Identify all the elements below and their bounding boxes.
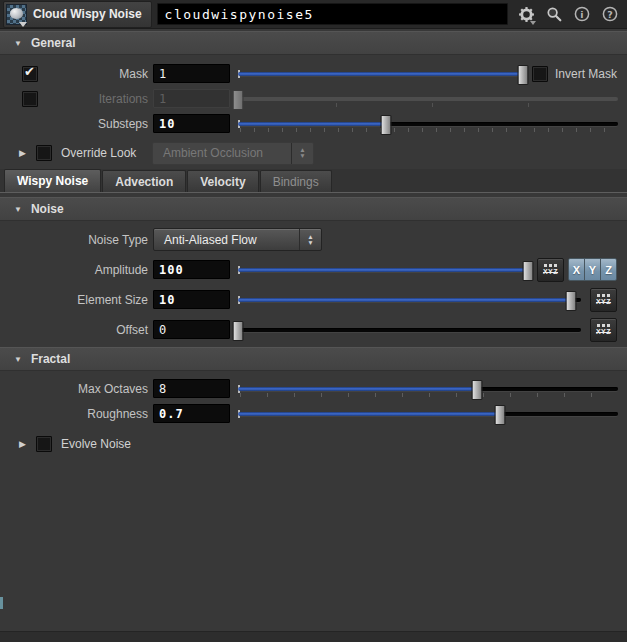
max-octaves-label: Max Octaves bbox=[78, 382, 148, 396]
roughness-value-field[interactable]: 0.7 bbox=[153, 404, 230, 423]
param-row-offset: Offset 0 XYZ bbox=[0, 317, 627, 342]
slider-fill bbox=[238, 412, 500, 416]
tab-wispy-noise[interactable]: Wispy Noise bbox=[4, 169, 101, 192]
offset-slider[interactable] bbox=[238, 321, 581, 339]
iterations-slider bbox=[238, 90, 618, 108]
xyz-ladder-label: XYZ bbox=[543, 268, 558, 275]
slider-ticks bbox=[240, 103, 616, 107]
section-title: General bbox=[31, 36, 76, 50]
collapse-arrow-icon[interactable]: ▼ bbox=[14, 39, 22, 48]
slider-fill bbox=[238, 387, 477, 391]
search-icon[interactable] bbox=[543, 3, 565, 25]
noise-type-dropdown[interactable]: Anti-Aliased Flow ▲▼ bbox=[153, 228, 322, 251]
param-row-amplitude: Amplitude 100 XYZ X Y Z bbox=[0, 257, 627, 282]
slider-fill bbox=[238, 122, 386, 126]
param-row-iterations: Iterations 1 bbox=[0, 86, 627, 111]
xyz-ladder-label: XYZ bbox=[596, 298, 611, 305]
amplitude-xyz-ladder-button[interactable]: XYZ bbox=[537, 258, 564, 282]
node-icon-caret bbox=[19, 22, 27, 27]
substeps-label: Substeps bbox=[98, 117, 148, 131]
info-icon[interactable]: i bbox=[571, 3, 593, 25]
override-look-value: Ambient Occlusion bbox=[163, 146, 263, 160]
help-icon[interactable]: ? bbox=[599, 3, 621, 25]
mask-enable-checkbox[interactable] bbox=[22, 66, 38, 82]
svg-text:?: ? bbox=[607, 9, 613, 20]
mask-slider[interactable] bbox=[238, 65, 523, 83]
axis-y-button[interactable]: Y bbox=[584, 258, 601, 281]
expand-arrow-icon[interactable]: ▶ bbox=[19, 148, 29, 158]
param-row-element-size: Element Size 10 XYZ bbox=[0, 287, 627, 312]
iterations-value-field: 1 bbox=[153, 89, 230, 108]
collapse-arrow-icon[interactable]: ▼ bbox=[14, 205, 22, 214]
param-row-override-look: ▶ Override Look Ambient Occlusion ▲▼ bbox=[0, 142, 627, 164]
bottom-edge-strip bbox=[0, 631, 627, 642]
cloud-node-icon bbox=[6, 4, 27, 25]
node-name-input[interactable] bbox=[157, 3, 508, 25]
tab-advection[interactable]: Advection bbox=[102, 170, 186, 192]
element-size-slider-handle[interactable] bbox=[565, 291, 576, 311]
substeps-slider-handle[interactable] bbox=[381, 115, 392, 135]
noise-type-label: Noise Type bbox=[88, 233, 148, 247]
param-row-mask: Mask 1 Invert Mask bbox=[0, 61, 627, 86]
tab-bindings: Bindings bbox=[260, 170, 332, 192]
tab-bar: Wispy Noise Advection Velocity Bindings bbox=[0, 169, 627, 193]
tab-panel-wispy-noise: ▼ Noise Noise Type Anti-Aliased Flow ▲▼ … bbox=[0, 197, 627, 455]
invert-mask-checkbox[interactable] bbox=[532, 66, 548, 82]
max-octaves-value-field[interactable]: 8 bbox=[153, 379, 230, 398]
fractal-rows: Max Octaves 8 Roughness 0.7 bbox=[0, 371, 627, 426]
section-header-fractal[interactable]: ▼ Fractal bbox=[0, 347, 627, 371]
spinner-arrows-icon: ▲▼ bbox=[299, 229, 321, 250]
element-size-label: Element Size bbox=[77, 293, 148, 307]
tab-velocity[interactable]: Velocity bbox=[187, 170, 258, 192]
substeps-slider[interactable] bbox=[238, 115, 618, 133]
param-row-max-octaves: Max Octaves 8 bbox=[0, 376, 627, 401]
max-octaves-slider-handle[interactable] bbox=[472, 380, 483, 400]
slider-track[interactable] bbox=[238, 328, 581, 332]
slider-ticks bbox=[240, 128, 616, 132]
iterations-slider-handle bbox=[233, 90, 244, 110]
node-header-bar: Cloud Wispy Noise bbox=[0, 0, 627, 29]
section-header-general[interactable]: ▼ General bbox=[0, 31, 627, 55]
amplitude-label: Amplitude bbox=[95, 263, 148, 277]
ladder-dots-icon bbox=[597, 294, 610, 297]
override-look-checkbox[interactable] bbox=[36, 145, 52, 161]
param-row-noise-type: Noise Type Anti-Aliased Flow ▲▼ bbox=[0, 227, 627, 252]
substeps-value-field[interactable]: 10 bbox=[153, 114, 230, 133]
param-row-roughness: Roughness 0.7 bbox=[0, 401, 627, 426]
offset-value-field[interactable]: 0 bbox=[153, 320, 230, 339]
axis-z-button[interactable]: Z bbox=[600, 258, 617, 281]
gear-icon[interactable] bbox=[515, 3, 537, 25]
ladder-dots-icon bbox=[597, 324, 610, 327]
section-header-noise[interactable]: ▼ Noise bbox=[0, 197, 627, 221]
offset-slider-handle[interactable] bbox=[233, 321, 244, 341]
override-look-dropdown: Ambient Occlusion ▲▼ bbox=[152, 142, 314, 165]
offset-xyz-ladder-button[interactable]: XYZ bbox=[590, 318, 617, 342]
roughness-slider-handle[interactable] bbox=[495, 405, 506, 425]
element-size-value-field[interactable]: 10 bbox=[153, 290, 230, 309]
amplitude-value-field[interactable]: 100 bbox=[153, 260, 230, 279]
slider-ticks bbox=[240, 393, 616, 397]
evolve-noise-label: Evolve Noise bbox=[61, 437, 131, 451]
mask-slider-handle[interactable] bbox=[517, 65, 528, 85]
slider-fill bbox=[238, 268, 528, 272]
cloud-glyph bbox=[10, 8, 23, 19]
override-look-label: Override Look bbox=[61, 146, 136, 160]
roughness-slider[interactable] bbox=[238, 405, 618, 423]
amplitude-slider[interactable] bbox=[238, 261, 528, 279]
iterations-enable-checkbox[interactable] bbox=[22, 91, 38, 107]
noise-type-value: Anti-Aliased Flow bbox=[164, 233, 257, 247]
axis-x-button[interactable]: X bbox=[568, 258, 585, 281]
element-size-xyz-ladder-button[interactable]: XYZ bbox=[590, 288, 617, 312]
amplitude-slider-handle[interactable] bbox=[523, 261, 534, 281]
header-icon-group: i ? bbox=[515, 3, 621, 25]
node-type-chip[interactable]: Cloud Wispy Noise bbox=[3, 1, 152, 28]
noise-rows: Noise Type Anti-Aliased Flow ▲▼ Amplitud… bbox=[0, 221, 627, 342]
collapse-arrow-icon[interactable]: ▼ bbox=[14, 355, 22, 364]
max-octaves-slider[interactable] bbox=[238, 380, 618, 398]
ladder-dots-icon bbox=[544, 264, 557, 267]
expand-arrow-icon[interactable]: ▶ bbox=[19, 439, 29, 449]
mask-value-field[interactable]: 1 bbox=[153, 64, 230, 83]
evolve-noise-checkbox[interactable] bbox=[36, 436, 52, 452]
element-size-slider[interactable] bbox=[238, 291, 581, 309]
scroll-indicator[interactable] bbox=[0, 597, 3, 609]
